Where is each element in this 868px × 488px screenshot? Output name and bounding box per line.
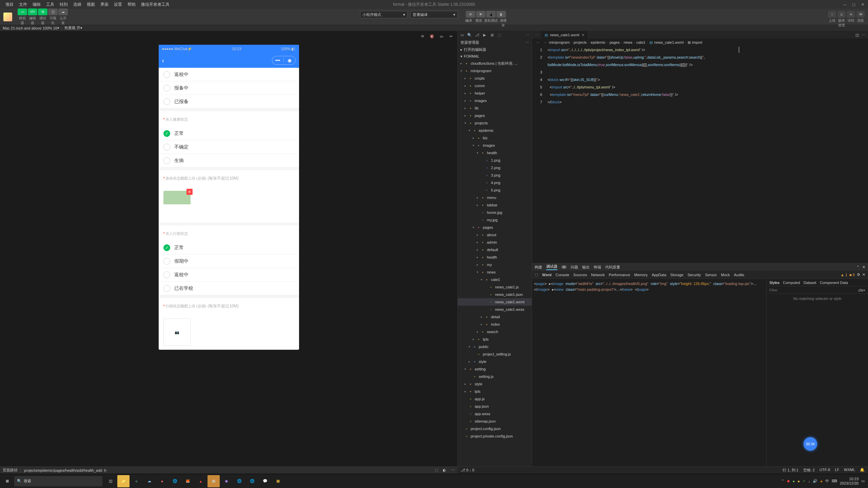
tree-node[interactable]: ▫sitemap.json — [458, 418, 532, 425]
menu-help[interactable]: 帮助 — [125, 2, 138, 7]
form-scroll[interactable]: 返校中 报备中 已报备 *本人健康状态 正常 不确定 生病 *身体状态截图上传 … — [159, 68, 299, 350]
back-icon[interactable]: ‹ — [162, 57, 164, 64]
tray-ime2[interactable]: ⌨ — [832, 479, 837, 483]
mode-dropdown[interactable]: 小程序模式▾ — [360, 11, 408, 18]
git-status[interactable]: ⎇ 0 ↓ 0 — [461, 468, 474, 472]
dt2-audits[interactable]: Audits — [734, 273, 745, 277]
encoding[interactable]: UTF-8 — [820, 468, 830, 473]
dt-tab-quality[interactable]: 代码质量 — [605, 265, 620, 270]
more-editor-icon[interactable]: ⋯ — [862, 33, 865, 37]
tree-node[interactable]: ▸▪about — [458, 231, 532, 239]
tree-node[interactable]: ▾▪projects — [458, 119, 532, 127]
sim-icon3[interactable]: ⋯ — [451, 468, 455, 472]
tree-node[interactable]: ▸▪default — [458, 246, 532, 253]
editor-tab[interactable]: ▤ news_cate1.wxml ✕ — [541, 31, 588, 39]
dt2-console[interactable]: Console — [556, 273, 569, 277]
dt2-sources[interactable]: Sources — [573, 273, 587, 277]
tree-node[interactable]: ▫app.json — [458, 403, 532, 410]
tray-icon[interactable]: ✓ — [803, 479, 806, 483]
tree-node[interactable]: ▫news_cate1.json — [458, 291, 532, 298]
tree-node[interactable]: ▸▪helper — [458, 89, 532, 97]
dt-settings-icon[interactable]: ⚙ — [857, 272, 860, 277]
radio-row[interactable]: 已在学校 — [159, 282, 299, 295]
details-button[interactable]: ≡ — [847, 11, 855, 18]
tree-node[interactable]: ▾▪epidemic — [458, 127, 532, 134]
taskbar-app[interactable]: ◫ — [104, 475, 117, 487]
radio-row[interactable]: 返校中 — [159, 68, 299, 81]
crumb[interactable]: miniprogram — [549, 40, 570, 44]
menu-select[interactable]: 选择 — [71, 2, 84, 7]
bell-icon[interactable]: 🔔 — [860, 468, 865, 473]
tree-node[interactable]: ▾▪setting — [458, 365, 532, 373]
tree-node[interactable]: ▸▪style — [458, 358, 532, 365]
styles-filter-input[interactable] — [769, 288, 857, 292]
tree-node[interactable]: ▫2.png — [458, 164, 532, 171]
dt-tab-debugger[interactable]: 调试器 — [546, 264, 557, 270]
eol[interactable]: LF — [835, 468, 839, 473]
visual-toggle[interactable]: ◫ — [48, 8, 58, 15]
crumb[interactable]: cate1 — [636, 40, 646, 44]
search-tab-icon[interactable]: 🔍 — [467, 32, 473, 38]
delete-image-icon[interactable]: ✕ — [186, 189, 193, 195]
message-button[interactable]: ✉ — [856, 11, 865, 18]
workspace-section[interactable]: ▾FORMAL — [458, 53, 532, 60]
menu-wechat[interactable]: 微信开发者工具 — [138, 2, 172, 7]
menu-interface[interactable]: 界面 — [98, 2, 111, 7]
taskbar-app[interactable]: 📁 — [117, 475, 130, 487]
close-tab-icon[interactable]: ✕ — [581, 33, 585, 37]
taskbar-search[interactable]: 🔍搜索 — [14, 476, 102, 486]
computed-tab[interactable]: Computed — [783, 281, 800, 285]
tree-node[interactable]: ▫project.private.config.json — [458, 432, 532, 440]
tree-node[interactable]: ▸▪my — [458, 261, 532, 268]
menu-file[interactable]: 文件 — [16, 2, 30, 7]
menu-project[interactable]: 项目 — [3, 2, 16, 7]
nav-fwd-icon[interactable]: → — [542, 40, 548, 44]
dt2-network[interactable]: Network — [591, 273, 605, 277]
radio-row[interactable]: 不确定 — [159, 140, 299, 154]
tree-node[interactable]: ▫project_setting.js — [458, 350, 532, 358]
radio-row[interactable]: 假期中 — [159, 255, 299, 268]
dt-close2-icon[interactable]: ✕ — [862, 272, 865, 277]
tree-node[interactable]: ▸▪images — [458, 97, 532, 104]
capsule-more-icon[interactable]: ••• — [272, 58, 284, 63]
menu-view[interactable]: 视图 — [84, 2, 98, 7]
preview-button[interactable]: 👁 — [476, 11, 486, 18]
tree-node[interactable]: ▾▪public — [458, 343, 532, 350]
tray-ime[interactable]: 中 — [825, 479, 829, 484]
taskbar-app[interactable]: ▦ — [208, 475, 220, 487]
explorer-tab-icon[interactable]: ▭ — [459, 32, 465, 38]
tab-nav-back[interactable]: ⋯ — [532, 33, 541, 37]
dt-up-icon[interactable]: ⌃ — [856, 265, 860, 269]
inspect-icon[interactable]: ⬚ — [535, 272, 538, 277]
crumb[interactable]: epidemic — [591, 40, 606, 44]
upload-button[interactable]: ↑ — [828, 11, 836, 18]
recording-badge[interactable]: 00:34 — [804, 437, 817, 451]
tree-node[interactable]: ▾▪pages — [458, 224, 532, 231]
remote-debug-button[interactable]: 📱 — [486, 11, 496, 18]
sim-icon1[interactable]: ⬚ — [435, 468, 438, 472]
split-editor-icon[interactable]: ◫ — [855, 33, 859, 37]
radio-row[interactable]: 已报备 — [159, 95, 299, 108]
open-editors-section[interactable]: ▸打开的编辑器 — [458, 46, 532, 53]
dataset-tab[interactable]: Dataset — [804, 281, 816, 285]
warn-count[interactable]: ▲ 1 — [841, 273, 847, 277]
dt2-security[interactable]: Security — [688, 273, 701, 277]
tree-node[interactable]: ▫app.wxss — [458, 410, 532, 418]
taskbar-app[interactable]: 💬 — [259, 475, 271, 487]
taskbar-app[interactable]: 🌐 — [169, 475, 181, 487]
tree-node[interactable]: ▸▪pages — [458, 112, 532, 119]
tray-icon[interactable]: ● — [820, 479, 823, 483]
cloud-toggle[interactable]: ☁ — [58, 8, 68, 15]
upload-button[interactable]: 📷 — [163, 319, 191, 346]
tree-node[interactable]: ▸▪tpls — [458, 336, 532, 343]
sim-mute-icon[interactable]: 🔇 — [429, 33, 435, 39]
more-tab-icon[interactable]: ⋯ — [524, 32, 530, 38]
page-path[interactable]: projects/epidemic/pages/health/add/healt… — [24, 468, 102, 472]
component-data-tab[interactable]: Component Data — [820, 281, 848, 285]
tree-node[interactable]: ▫news_cate1.wxml — [458, 298, 532, 306]
taskbar-app[interactable]: ● — [156, 475, 168, 487]
dt2-appdata[interactable]: AppData — [652, 273, 666, 277]
uploaded-image[interactable]: ✕ — [163, 191, 191, 218]
git-tab-icon[interactable]: ⎇ — [474, 32, 480, 38]
taskbar-app[interactable]: 🌐 — [233, 475, 245, 487]
